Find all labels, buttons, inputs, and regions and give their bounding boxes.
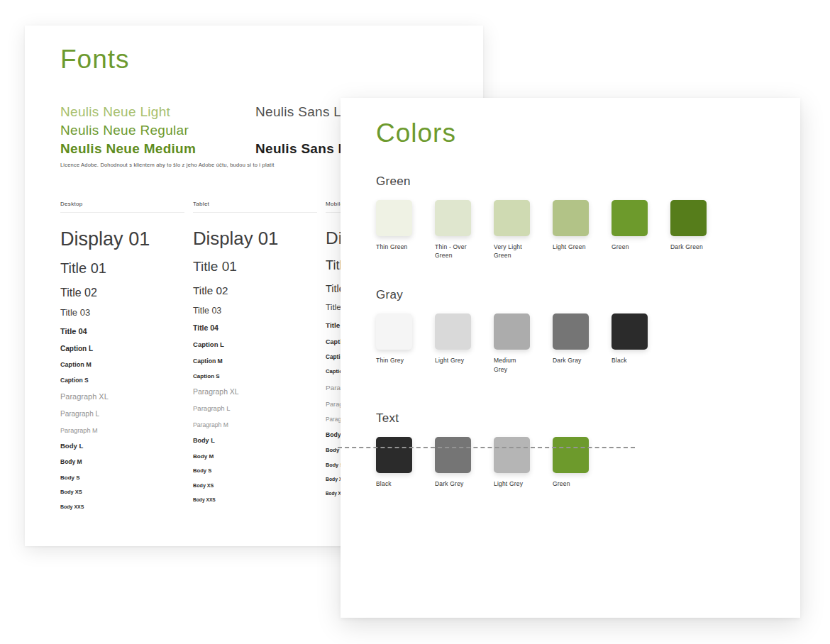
type-scale-row: Body XXS xyxy=(193,497,317,503)
type-scale-row: Title 02 xyxy=(60,287,184,299)
color-swatch-label: Dark Grey xyxy=(435,479,472,488)
color-swatch xyxy=(670,200,707,236)
type-scale-row: Caption M xyxy=(60,361,184,368)
color-swatch-label: Black xyxy=(376,479,413,488)
type-scale-column-tablet: Tablet Display 01Title 01Title 02Title 0… xyxy=(193,201,317,518)
color-swatch xyxy=(376,313,412,350)
type-scale-row: Caption S xyxy=(193,373,317,379)
color-swatch xyxy=(494,437,530,473)
color-swatch-label: Light Grey xyxy=(494,479,531,488)
color-swatch-label: Thin - Over Green xyxy=(435,243,472,260)
color-swatch-cell: Dark Gray xyxy=(553,313,589,374)
color-swatch-label: Light Grey xyxy=(435,356,472,365)
color-swatch xyxy=(612,200,648,236)
color-swatch xyxy=(494,313,530,350)
type-scale-row: Paragraph XL xyxy=(193,388,317,396)
type-scale-rows-desktop: Display 01Title 01Title 02Title 03Title … xyxy=(60,228,184,510)
type-scale-row: Body S xyxy=(193,468,317,474)
colors-panel: Colors Green Thin Green Thin - Over Gree… xyxy=(341,98,800,618)
color-swatch xyxy=(612,313,648,350)
color-swatch-label: Green xyxy=(612,243,648,251)
color-swatch xyxy=(435,313,471,350)
color-swatch-cell: Dark Grey xyxy=(435,437,471,488)
color-swatch-label: Light Green xyxy=(553,243,590,251)
color-swatch xyxy=(494,200,530,236)
type-scale-row: Body XS xyxy=(60,489,184,496)
color-swatch-cell: Green xyxy=(553,437,589,488)
color-swatch-label: Green xyxy=(553,479,590,488)
color-swatch-cell: Black xyxy=(612,313,648,374)
color-swatch xyxy=(553,200,589,236)
color-swatch-cell: Green xyxy=(612,200,648,260)
type-scale-row: Caption M xyxy=(193,357,317,365)
color-swatch-label: Medium Grey xyxy=(494,356,531,374)
swatch-row-gray: Thin Grey Light Grey Medium Grey Dark Gr… xyxy=(376,313,800,374)
color-swatch xyxy=(376,437,412,473)
fonts-page-title: Fonts xyxy=(60,45,483,74)
color-swatch xyxy=(376,200,412,236)
type-scale-row: Body L xyxy=(60,443,184,450)
type-scale-row: Paragraph M xyxy=(193,421,317,428)
connector-dashed-line xyxy=(338,447,635,448)
color-swatch-cell: Light Grey xyxy=(435,313,471,374)
column-header-desktop: Desktop xyxy=(60,201,184,213)
type-scale-row: Body M xyxy=(193,453,317,460)
type-scale-row: Title 01 xyxy=(193,259,317,274)
type-scale-column-desktop: Desktop Display 01Title 01Title 02Title … xyxy=(60,201,184,518)
type-scale-row: Paragraph M xyxy=(60,427,184,434)
type-scale-row: Caption S xyxy=(60,377,184,384)
color-swatch xyxy=(553,437,589,473)
typeface-column-neue: Neulis Neue Light Neulis Neue Regular Ne… xyxy=(60,103,255,158)
color-swatch-cell: Light Grey xyxy=(494,437,530,488)
color-section-gray: Gray Thin Grey Light Grey Medium Grey xyxy=(376,288,800,374)
colors-page-title: Colors xyxy=(376,119,800,148)
type-scale-row: Body M xyxy=(60,459,184,466)
color-swatch-label: Thin Green xyxy=(376,243,413,251)
type-scale-row: Title 04 xyxy=(60,327,184,336)
color-swatch-cell: Light Green xyxy=(553,200,589,260)
color-swatch-cell: Thin Grey xyxy=(376,313,412,374)
type-scale-row: Body L xyxy=(193,437,317,444)
type-scale-row: Body XXS xyxy=(60,504,184,510)
type-scale-row: Paragraph L xyxy=(60,410,184,418)
color-swatch-label: Thin Grey xyxy=(376,356,413,365)
color-swatch xyxy=(435,200,471,236)
color-swatch-cell: Thin Green xyxy=(376,200,412,260)
type-scale-row: Caption L xyxy=(193,341,317,349)
swatch-row-green: Thin Green Thin - Over Green Very Light … xyxy=(376,200,800,260)
type-scale-row: Paragraph XL xyxy=(60,392,184,401)
color-section-text-title: Text xyxy=(376,411,800,426)
color-section-green-title: Green xyxy=(376,174,800,189)
type-scale-row: Display 01 xyxy=(193,228,317,250)
color-swatch-label: Dark Gray xyxy=(553,356,590,365)
type-scale-row: Caption L xyxy=(60,345,184,353)
color-swatch xyxy=(435,437,471,473)
type-scale-row: Title 01 xyxy=(60,260,184,277)
type-scale-row: Paragraph L xyxy=(193,405,317,413)
swatch-row-text: Black Dark Grey Light Grey Green xyxy=(376,437,800,488)
color-swatch xyxy=(553,313,589,350)
color-swatch-cell: Black xyxy=(376,437,412,488)
type-scale-row: Display 01 xyxy=(60,228,184,250)
color-section-green: Green Thin Green Thin - Over Green Very … xyxy=(376,174,800,260)
color-section-gray-title: Gray xyxy=(376,288,800,302)
type-scale-row: Title 04 xyxy=(193,324,317,333)
color-swatch-label: Dark Green xyxy=(670,243,707,251)
typeface-neulis-neue-light: Neulis Neue Light xyxy=(60,103,255,121)
type-scale-rows-tablet: Display 01Title 01Title 02Title 03Title … xyxy=(193,228,317,503)
color-swatch-label: Very Light Green xyxy=(494,243,531,260)
type-scale-row: Body S xyxy=(60,474,184,481)
type-scale-row: Title 03 xyxy=(193,306,317,316)
color-swatch-cell: Dark Green xyxy=(670,200,707,260)
color-swatch-cell: Medium Grey xyxy=(494,313,530,374)
column-header-tablet: Tablet xyxy=(193,201,317,213)
type-scale-row: Title 03 xyxy=(60,308,184,318)
color-swatch-label: Black xyxy=(612,356,648,365)
typeface-neulis-neue-regular: Neulis Neue Regular xyxy=(60,121,255,140)
color-swatch-cell: Very Light Green xyxy=(494,200,530,260)
type-scale-row: Title 02 xyxy=(193,284,317,297)
color-swatch-cell: Thin - Over Green xyxy=(435,200,471,260)
color-section-text: Text Black Dark Grey Light Grey xyxy=(376,411,800,488)
type-scale-row: Body XS xyxy=(193,483,317,489)
typeface-neulis-neue-medium: Neulis Neue Medium xyxy=(60,140,255,158)
